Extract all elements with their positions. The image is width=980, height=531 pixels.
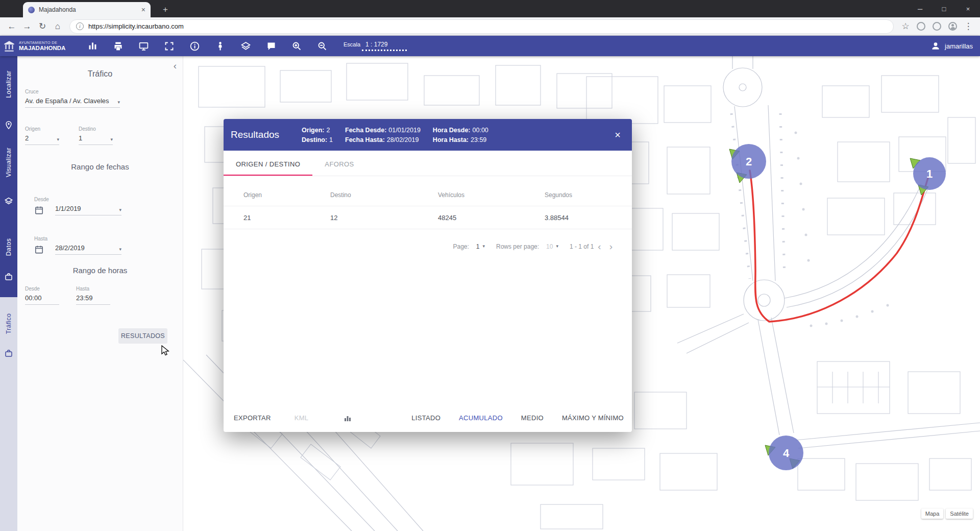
browser-titlebar: Majadahonda × + ─ □ × bbox=[0, 0, 980, 17]
cruce-select[interactable]: Cruce Av. de España / Av. Claveles ▾ bbox=[25, 89, 120, 108]
next-page-icon[interactable]: › bbox=[609, 242, 612, 251]
monitor-icon[interactable] bbox=[138, 40, 150, 52]
tab-title: Majadahonda bbox=[39, 6, 137, 13]
origen-value: 2 bbox=[25, 134, 57, 142]
col-segundos: Segundos bbox=[545, 191, 632, 199]
map-type-satellite-button[interactable]: Satélite bbox=[946, 509, 973, 519]
caret-down-icon: ▾ bbox=[556, 244, 558, 249]
page-select[interactable]: 1 ▾ bbox=[476, 243, 485, 250]
map-type-map-button[interactable]: Mapa bbox=[921, 509, 944, 519]
destino-select[interactable]: Destino 1 ▾ bbox=[79, 126, 113, 145]
modal-tabs: ORIGEN / DESTINO AFOROS bbox=[224, 151, 632, 176]
tab-close-icon[interactable]: × bbox=[141, 6, 145, 13]
chart-icon[interactable] bbox=[87, 40, 99, 52]
panel-title: Tráfico bbox=[17, 69, 183, 79]
summary-label: Fecha Desde: bbox=[345, 127, 386, 134]
browser-menu-icon[interactable]: ⋮ bbox=[961, 19, 976, 34]
close-modal-icon[interactable]: × bbox=[615, 130, 621, 140]
cell-vehiculos: 48245 bbox=[438, 214, 545, 222]
fecha-desde-value: 1/1/2019 bbox=[55, 205, 119, 212]
print-icon[interactable] bbox=[112, 40, 124, 52]
forward-icon[interactable]: → bbox=[19, 19, 35, 34]
favicon bbox=[28, 7, 35, 13]
window-controls: ─ □ × bbox=[908, 0, 980, 17]
zoom-out-icon[interactable] bbox=[316, 40, 328, 52]
layers-icon[interactable] bbox=[240, 40, 252, 52]
home-icon[interactable]: ⌂ bbox=[50, 19, 65, 34]
calendar-icon[interactable] bbox=[34, 205, 44, 215]
summary-value: 00:00 bbox=[473, 127, 488, 134]
browser-tab[interactable]: Majadahonda × bbox=[23, 2, 151, 17]
map-roads bbox=[677, 56, 980, 448]
origen-select[interactable]: Origen 2 ▾ bbox=[25, 126, 59, 145]
street-view-icon[interactable] bbox=[214, 40, 226, 52]
svg-text:4: 4 bbox=[783, 447, 790, 460]
fecha-desde-field[interactable]: Desde 1/1/2019 ▾ bbox=[34, 197, 124, 215]
fullscreen-icon[interactable] bbox=[163, 40, 175, 52]
hora-desde-label: Desde bbox=[25, 286, 59, 292]
back-icon[interactable]: ← bbox=[4, 19, 19, 34]
acumulado-button[interactable]: ACUMULADO bbox=[459, 414, 503, 422]
side-rail: Localizar Visualizar Datos Tráfico bbox=[0, 56, 17, 531]
rail-item-trafico[interactable]: Tráfico bbox=[5, 313, 12, 334]
modal-header: Resultados Origen:2 Destino:1 Fecha Desd… bbox=[224, 119, 632, 151]
tab-origen-destino[interactable]: ORIGEN / DESTINO bbox=[224, 151, 312, 176]
scale-indicator: Escala 1 : 1729 bbox=[344, 41, 407, 51]
chat-icon[interactable] bbox=[265, 40, 277, 52]
fecha-hasta-field[interactable]: Hasta 28/2/2019 ▾ bbox=[34, 236, 124, 255]
tab-aforos[interactable]: AFOROS bbox=[312, 151, 366, 176]
calendar-icon[interactable] bbox=[34, 245, 44, 254]
kml-button[interactable]: KML bbox=[295, 414, 309, 422]
bag-trafico-icon[interactable] bbox=[4, 349, 13, 358]
chart-view-icon[interactable] bbox=[344, 415, 351, 422]
maximize-button[interactable]: □ bbox=[932, 0, 956, 17]
rows-per-page-select[interactable]: 10 ▾ bbox=[546, 243, 558, 250]
listado-button[interactable]: LISTADO bbox=[411, 414, 440, 422]
extension-icon[interactable] bbox=[933, 22, 941, 31]
new-tab-button[interactable]: + bbox=[159, 5, 172, 15]
extension-icon[interactable] bbox=[917, 22, 925, 31]
marker-1[interactable]: 1 bbox=[913, 157, 946, 190]
user-menu[interactable]: jamarillas bbox=[930, 41, 980, 51]
close-window-button[interactable]: × bbox=[956, 0, 980, 17]
rail-item-localizar[interactable]: Localizar bbox=[5, 70, 12, 98]
col-origen: Origen bbox=[243, 191, 330, 199]
summary-value: 23:59 bbox=[471, 136, 486, 143]
hora-hasta-label: Hasta bbox=[76, 286, 110, 292]
minimize-button[interactable]: ─ bbox=[908, 0, 932, 17]
svg-text:1: 1 bbox=[926, 167, 933, 180]
summary-label: Hora Desde: bbox=[433, 127, 471, 134]
resultados-button[interactable]: RESULTADOS bbox=[118, 328, 167, 344]
marker-2[interactable]: 2 bbox=[731, 144, 766, 179]
reload-icon[interactable]: ↻ bbox=[35, 19, 50, 34]
prev-page-icon[interactable]: ‹ bbox=[598, 242, 601, 251]
profile-avatar-icon[interactable] bbox=[948, 22, 957, 31]
bag-icon[interactable] bbox=[4, 272, 13, 281]
table-header: Origen Destino Vehículos Segundos bbox=[224, 184, 632, 206]
collapse-panel-icon[interactable]: ‹ bbox=[174, 60, 177, 71]
info-icon[interactable] bbox=[189, 40, 201, 52]
site-info-icon[interactable]: i bbox=[76, 22, 84, 30]
summary-value: 1 bbox=[329, 136, 333, 143]
hora-desde-field[interactable]: Desde 00:00 bbox=[25, 286, 59, 305]
pin-icon[interactable] bbox=[4, 120, 13, 130]
horas-section-title: Rango de horas bbox=[17, 266, 183, 275]
rail-item-datos[interactable]: Datos bbox=[5, 238, 12, 256]
cruce-value: Av. de España / Av. Claveles bbox=[25, 97, 117, 105]
summary-value: 2 bbox=[327, 127, 330, 134]
bookmark-star-icon[interactable]: ☆ bbox=[898, 19, 913, 34]
svg-text:2: 2 bbox=[746, 155, 752, 168]
hora-hasta-field[interactable]: Hasta 23:59 bbox=[76, 286, 110, 305]
summary-label: Destino: bbox=[302, 136, 327, 143]
zoom-in-icon[interactable] bbox=[291, 40, 303, 52]
address-bar[interactable]: i https://simplicity.incaurbano.com bbox=[69, 19, 894, 34]
rail-item-visualizar[interactable]: Visualizar bbox=[5, 148, 12, 177]
medio-button[interactable]: MEDIO bbox=[521, 414, 544, 422]
origen-label: Origen bbox=[25, 126, 59, 132]
maximo-minimo-button[interactable]: MÁXIMO Y MÍNIMO bbox=[562, 414, 624, 422]
exportar-button[interactable]: EXPORTAR bbox=[234, 414, 271, 422]
table-row[interactable]: 21 12 48245 3.88544 bbox=[224, 206, 632, 229]
trafico-panel: ‹ Tráfico Cruce Av. de España / Av. Clav… bbox=[17, 56, 183, 531]
layers-rail-icon[interactable] bbox=[4, 197, 13, 206]
marker-4[interactable]: 4 bbox=[769, 436, 803, 470]
